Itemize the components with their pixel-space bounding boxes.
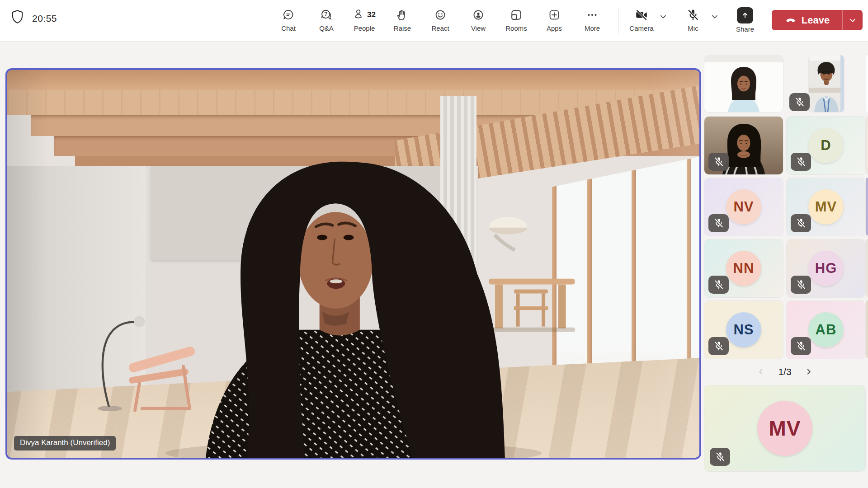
participant-avatar-tile[interactable]: D	[787, 117, 865, 174]
react-label: React	[431, 24, 449, 32]
mic-group: Mic	[679, 4, 723, 38]
more-icon	[585, 7, 599, 23]
participant-cell: HG	[787, 239, 865, 297]
share-label: Share	[736, 25, 754, 33]
participant-video	[809, 55, 844, 112]
camera-options-chevron[interactable]	[655, 4, 671, 38]
mic-off-badge	[708, 337, 729, 355]
qa-button[interactable]: ? Q&A	[308, 4, 344, 38]
previous-page-button[interactable]	[754, 365, 768, 379]
speaker-name-label: Divya Karanth (Unverified)	[14, 436, 116, 450]
rooms-label: Rooms	[505, 24, 527, 32]
mic-off-badge	[791, 276, 811, 294]
leave-button[interactable]: Leave	[772, 10, 863, 30]
speaker-person	[165, 162, 542, 458]
view-button[interactable]: View	[460, 4, 496, 38]
mic-off-badge	[789, 93, 810, 111]
raise-hand-icon	[396, 7, 409, 23]
roster-pagination: 1/3	[704, 363, 865, 381]
view-icon	[472, 7, 485, 23]
mic-button[interactable]: Mic	[679, 4, 707, 38]
participant-avatar-tile[interactable]: NV	[704, 178, 783, 236]
rooms-button[interactable]: Rooms	[498, 4, 534, 38]
participant-cell: AB	[787, 301, 865, 359]
participant-roster: D NV MV NN HG	[704, 55, 865, 359]
leave-options-chevron[interactable]	[843, 15, 863, 25]
camera-group: Camera	[628, 4, 671, 38]
apps-label: Apps	[547, 24, 562, 32]
participant-avatar-tile[interactable]: AB	[787, 301, 865, 359]
clipped-tile-edge	[866, 178, 868, 235]
avatar: NV	[726, 189, 761, 225]
participant-avatar-tile[interactable]: NS	[704, 301, 783, 359]
mic-off-badge	[791, 214, 811, 232]
avatar: D	[808, 128, 844, 163]
mic-off-badge	[791, 153, 811, 171]
more-button[interactable]: More	[574, 4, 610, 38]
hangup-icon	[784, 13, 797, 28]
next-page-button[interactable]	[802, 365, 816, 379]
mic-off-badge	[708, 214, 729, 232]
page-indicator: 1/3	[778, 366, 791, 377]
participant-video-tile[interactable]	[704, 55, 783, 112]
dining-table	[489, 279, 575, 330]
react-button[interactable]: React	[422, 4, 458, 38]
camera-label: Camera	[629, 24, 653, 32]
participant-cell: NV	[704, 178, 783, 236]
view-label: View	[471, 24, 486, 32]
meeting-toolbar: 20:55 Chat ? Q&A 32 People	[0, 0, 868, 42]
chat-button[interactable]: Chat	[270, 4, 307, 38]
avatar: MV	[808, 189, 844, 225]
active-speaker-video[interactable]: Divya Karanth (Unverified)	[5, 68, 701, 460]
mic-label: Mic	[688, 24, 698, 32]
raise-label: Raise	[394, 24, 411, 32]
avatar: NS	[726, 312, 761, 347]
speaker-illustration	[7, 70, 699, 458]
apps-button[interactable]: Apps	[536, 4, 572, 38]
meeting-info[interactable]: 20:55	[10, 9, 57, 28]
participant-cell	[704, 117, 783, 174]
camera-button[interactable]: Camera	[628, 4, 655, 38]
clipped-tile-edge	[866, 300, 868, 358]
people-label: People	[354, 24, 375, 32]
mic-off-badge	[708, 276, 729, 294]
lounge-chair	[128, 346, 196, 410]
participant-avatar-tile[interactable]: NN	[704, 239, 783, 297]
apps-icon	[547, 7, 561, 23]
participant-cell: NS	[704, 301, 783, 359]
mic-off-badge	[710, 448, 730, 466]
participant-avatar-tile[interactable]: MV	[787, 178, 865, 236]
wall-lamp	[489, 217, 527, 250]
svg-text:?: ?	[324, 11, 327, 17]
participant-cell	[704, 55, 783, 112]
toolbar-divider	[618, 7, 618, 34]
people-button[interactable]: 32 People	[346, 4, 382, 38]
chat-label: Chat	[281, 24, 296, 32]
chat-icon	[282, 7, 295, 23]
share-icon	[737, 7, 753, 23]
rooms-icon	[509, 7, 523, 23]
participant-video-tile[interactable]	[809, 55, 844, 112]
avatar: MV	[757, 401, 812, 456]
participant-cell: NN	[704, 239, 783, 297]
toolbar-buttons: Chat ? Q&A 32 People Raise	[270, 4, 610, 38]
mic-off-badge	[791, 337, 811, 355]
qa-label: Q&A	[319, 24, 334, 32]
share-button[interactable]: Share	[731, 4, 759, 38]
raise-hand-button[interactable]: Raise	[384, 4, 420, 38]
participant-avatar-tile[interactable]: HG	[787, 239, 865, 297]
more-label: More	[585, 24, 600, 32]
avatar: NN	[726, 251, 761, 286]
mic-options-chevron[interactable]	[707, 4, 723, 38]
avatar: HG	[808, 251, 844, 286]
mic-off-badge	[708, 153, 729, 171]
shield-icon	[10, 9, 25, 28]
participant-cell: MV	[787, 178, 865, 236]
spotlight-tile[interactable]: MV	[704, 385, 865, 471]
clipped-tile-edge	[866, 239, 868, 297]
participant-video	[704, 55, 783, 112]
participant-cell: D	[787, 117, 865, 174]
clipped-tile-edge	[866, 116, 868, 174]
participant-cell	[787, 55, 865, 112]
participant-count: 32	[367, 10, 376, 19]
